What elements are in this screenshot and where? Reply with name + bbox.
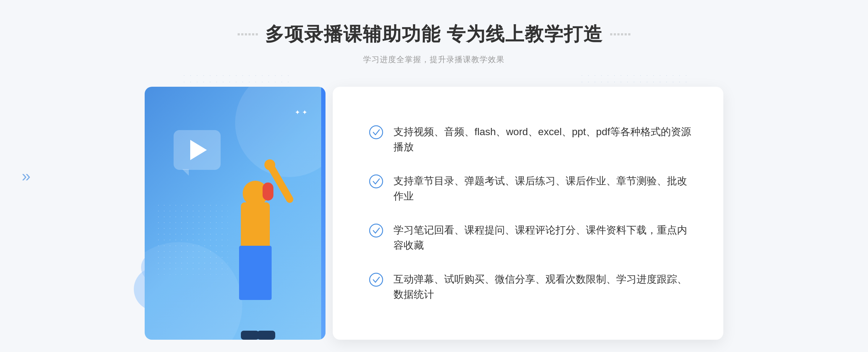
- svg-point-1: [370, 175, 383, 188]
- page-container: » 多项录播课辅助功能 专为线上教学打造 学习进度全掌握，提升录播课教学效果: [0, 0, 868, 352]
- check-icon-4: [369, 272, 383, 287]
- feature-item-4: 互动弹幕、试听购买、微信分享、观看次数限制、学习进度跟踪、数据统计: [369, 272, 694, 302]
- svg-point-0: [370, 126, 383, 139]
- feature-item-2: 支持章节目录、弹题考试、课后练习、课后作业、章节测验、批改作业: [369, 173, 694, 204]
- page-left-chevron: »: [22, 167, 30, 185]
- feature-text-2: 支持章节目录、弹题考试、课后练习、课后作业、章节测验、批改作业: [393, 173, 694, 204]
- figure-body: [241, 202, 270, 249]
- svg-point-2: [370, 224, 383, 237]
- left-panel: ✦ ✦: [145, 87, 347, 340]
- feature-text-1: 支持视频、音频、flash、word、excel、ppt、pdf等各种格式的资源…: [393, 124, 694, 155]
- check-icon-2: [369, 174, 383, 189]
- figure-shoe-right: [257, 331, 275, 340]
- sparkle-decoration: ✦ ✦: [295, 108, 307, 116]
- vertical-accent-bar: [321, 87, 326, 340]
- right-decorator: [610, 33, 630, 35]
- figure-illustration: [205, 152, 306, 340]
- feature-card: 支持视频、音频、flash、word、excel、ppt、pdf等各种格式的资源…: [333, 87, 723, 340]
- check-icon-1: [369, 125, 383, 139]
- feature-text-4: 互动弹幕、试听购买、微信分享、观看次数限制、学习进度跟踪、数据统计: [393, 272, 694, 302]
- main-title: 多项录播课辅助功能 专为线上教学打造: [265, 22, 603, 47]
- svg-point-3: [370, 273, 383, 286]
- feature-list: 支持视频、音频、flash、word、excel、ppt、pdf等各种格式的资源…: [369, 108, 694, 318]
- figure-pants: [239, 246, 272, 300]
- left-decorator: [238, 33, 258, 35]
- illustration-card: ✦ ✦: [145, 87, 326, 340]
- header-title-row: 多项录播课辅助功能 专为线上教学打造: [238, 22, 630, 47]
- main-content: ✦ ✦: [145, 87, 723, 340]
- figure-shoe-left: [241, 331, 259, 340]
- feature-item-1: 支持视频、音频、flash、word、excel、ppt、pdf等各种格式的资源…: [369, 124, 694, 155]
- header-section: 多项录播课辅助功能 专为线上教学打造 学习进度全掌握，提升录播课教学效果: [238, 22, 630, 65]
- subtitle: 学习进度全掌握，提升录播课教学效果: [238, 54, 630, 65]
- check-icon-3: [369, 223, 383, 238]
- feature-text-3: 学习笔记回看、课程提问、课程评论打分、课件资料下载，重点内容收藏: [393, 223, 694, 253]
- feature-item-3: 学习笔记回看、课程提问、课程评论打分、课件资料下载，重点内容收藏: [369, 223, 694, 253]
